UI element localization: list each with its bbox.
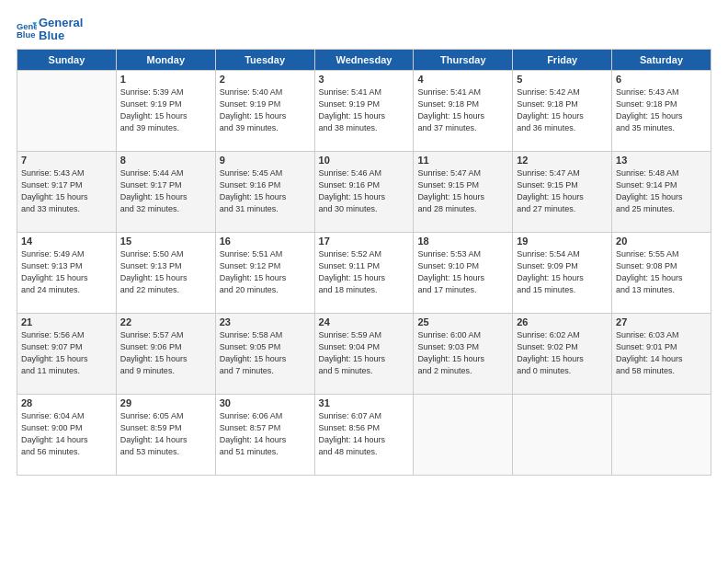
- day-info: Sunrise: 5:43 AM Sunset: 9:18 PM Dayligh…: [616, 86, 707, 134]
- day-info: Sunrise: 6:00 AM Sunset: 9:03 PM Dayligh…: [417, 329, 508, 377]
- day-info: Sunrise: 5:55 AM Sunset: 9:08 PM Dayligh…: [616, 248, 707, 296]
- week-row-5: 28Sunrise: 6:04 AM Sunset: 9:00 PM Dayli…: [17, 394, 711, 475]
- day-number: 14: [21, 236, 112, 247]
- calendar-cell: 10Sunrise: 5:46 AM Sunset: 9:16 PM Dayli…: [314, 151, 414, 232]
- day-number: 29: [120, 397, 211, 408]
- calendar-cell: 2Sunrise: 5:40 AM Sunset: 9:19 PM Daylig…: [215, 70, 314, 151]
- day-info: Sunrise: 6:04 AM Sunset: 9:00 PM Dayligh…: [21, 410, 112, 458]
- day-info: Sunrise: 5:51 AM Sunset: 9:12 PM Dayligh…: [220, 248, 311, 296]
- calendar-cell: 26Sunrise: 6:02 AM Sunset: 9:02 PM Dayli…: [513, 313, 612, 394]
- week-row-2: 7Sunrise: 5:43 AM Sunset: 9:17 PM Daylig…: [17, 151, 711, 232]
- calendar-cell: 18Sunrise: 5:53 AM Sunset: 9:10 PM Dayli…: [414, 232, 513, 313]
- day-number: 1: [120, 74, 211, 85]
- svg-text:Blue: Blue: [17, 30, 35, 40]
- header: General Blue General Blue: [17, 17, 711, 43]
- calendar-cell: 19Sunrise: 5:54 AM Sunset: 9:09 PM Dayli…: [513, 232, 612, 313]
- day-info: Sunrise: 6:05 AM Sunset: 8:59 PM Dayligh…: [120, 410, 211, 458]
- day-number: 12: [517, 155, 608, 166]
- day-number: 18: [417, 236, 508, 247]
- day-number: 20: [616, 236, 707, 247]
- calendar-cell: 1Sunrise: 5:39 AM Sunset: 9:19 PM Daylig…: [116, 70, 215, 151]
- calendar-cell: 5Sunrise: 5:42 AM Sunset: 9:18 PM Daylig…: [513, 70, 612, 151]
- calendar-cell: 31Sunrise: 6:07 AM Sunset: 8:56 PM Dayli…: [314, 394, 414, 475]
- calendar-cell: 6Sunrise: 5:43 AM Sunset: 9:18 PM Daylig…: [612, 70, 711, 151]
- logo-line2: Blue: [39, 29, 83, 42]
- calendar-cell: [17, 70, 117, 151]
- calendar-cell: 7Sunrise: 5:43 AM Sunset: 9:17 PM Daylig…: [17, 151, 117, 232]
- day-number: 4: [417, 74, 508, 85]
- calendar-page: General Blue General Blue SundayMondayTu…: [0, 0, 728, 563]
- day-info: Sunrise: 5:45 AM Sunset: 9:16 PM Dayligh…: [220, 167, 311, 215]
- calendar-cell: 30Sunrise: 6:06 AM Sunset: 8:57 PM Dayli…: [215, 394, 314, 475]
- day-number: 2: [220, 74, 311, 85]
- calendar-cell: 28Sunrise: 6:04 AM Sunset: 9:00 PM Dayli…: [17, 394, 117, 475]
- calendar-cell: 21Sunrise: 5:56 AM Sunset: 9:07 PM Dayli…: [17, 313, 117, 394]
- day-info: Sunrise: 5:59 AM Sunset: 9:04 PM Dayligh…: [319, 329, 410, 377]
- day-number: 6: [616, 74, 707, 85]
- day-number: 23: [220, 316, 311, 327]
- day-info: Sunrise: 5:39 AM Sunset: 9:19 PM Dayligh…: [120, 86, 211, 134]
- weekday-header-friday: Friday: [513, 49, 612, 70]
- day-info: Sunrise: 5:57 AM Sunset: 9:06 PM Dayligh…: [120, 329, 211, 377]
- day-number: 13: [616, 155, 707, 166]
- day-number: 8: [120, 155, 211, 166]
- day-number: 31: [319, 397, 410, 408]
- logo-icon: General Blue: [17, 19, 37, 40]
- day-number: 9: [220, 155, 311, 166]
- calendar-cell: 3Sunrise: 5:41 AM Sunset: 9:19 PM Daylig…: [314, 70, 414, 151]
- day-number: 25: [417, 316, 508, 327]
- day-info: Sunrise: 6:07 AM Sunset: 8:56 PM Dayligh…: [319, 410, 410, 458]
- day-number: 30: [220, 397, 311, 408]
- day-number: 24: [319, 316, 410, 327]
- day-number: 27: [616, 316, 707, 327]
- day-info: Sunrise: 5:41 AM Sunset: 9:19 PM Dayligh…: [319, 86, 410, 134]
- day-info: Sunrise: 5:53 AM Sunset: 9:10 PM Dayligh…: [417, 248, 508, 296]
- weekday-header-thursday: Thursday: [414, 49, 513, 70]
- calendar-cell: 24Sunrise: 5:59 AM Sunset: 9:04 PM Dayli…: [314, 313, 414, 394]
- day-number: 3: [319, 74, 410, 85]
- day-number: 5: [517, 74, 608, 85]
- calendar-cell: [414, 394, 513, 475]
- day-number: 26: [517, 316, 608, 327]
- day-number: 28: [21, 397, 112, 408]
- week-row-4: 21Sunrise: 5:56 AM Sunset: 9:07 PM Dayli…: [17, 313, 711, 394]
- day-info: Sunrise: 5:44 AM Sunset: 9:17 PM Dayligh…: [120, 167, 211, 215]
- day-info: Sunrise: 5:52 AM Sunset: 9:11 PM Dayligh…: [319, 248, 410, 296]
- day-info: Sunrise: 5:50 AM Sunset: 9:13 PM Dayligh…: [120, 248, 211, 296]
- calendar-cell: 11Sunrise: 5:47 AM Sunset: 9:15 PM Dayli…: [414, 151, 513, 232]
- calendar-cell: 25Sunrise: 6:00 AM Sunset: 9:03 PM Dayli…: [414, 313, 513, 394]
- day-number: 15: [120, 236, 211, 247]
- calendar-cell: 22Sunrise: 5:57 AM Sunset: 9:06 PM Dayli…: [116, 313, 215, 394]
- weekday-header-sunday: Sunday: [17, 49, 117, 70]
- day-info: Sunrise: 5:47 AM Sunset: 9:15 PM Dayligh…: [517, 167, 608, 215]
- day-number: 10: [319, 155, 410, 166]
- calendar-cell: 23Sunrise: 5:58 AM Sunset: 9:05 PM Dayli…: [215, 313, 314, 394]
- calendar-cell: 12Sunrise: 5:47 AM Sunset: 9:15 PM Dayli…: [513, 151, 612, 232]
- weekday-header-wednesday: Wednesday: [314, 49, 414, 70]
- day-number: 22: [120, 316, 211, 327]
- day-number: 7: [21, 155, 112, 166]
- calendar-cell: [612, 394, 711, 475]
- weekday-header-saturday: Saturday: [612, 49, 711, 70]
- day-info: Sunrise: 6:02 AM Sunset: 9:02 PM Dayligh…: [517, 329, 608, 377]
- calendar-cell: [513, 394, 612, 475]
- day-info: Sunrise: 5:43 AM Sunset: 9:17 PM Dayligh…: [21, 167, 112, 215]
- day-number: 17: [319, 236, 410, 247]
- calendar-cell: 9Sunrise: 5:45 AM Sunset: 9:16 PM Daylig…: [215, 151, 314, 232]
- day-number: 11: [417, 155, 508, 166]
- calendar-cell: 17Sunrise: 5:52 AM Sunset: 9:11 PM Dayli…: [314, 232, 414, 313]
- day-number: 21: [21, 316, 112, 327]
- weekday-header-row: SundayMondayTuesdayWednesdayThursdayFrid…: [17, 49, 711, 70]
- calendar-cell: 13Sunrise: 5:48 AM Sunset: 9:14 PM Dayli…: [612, 151, 711, 232]
- day-info: Sunrise: 6:06 AM Sunset: 8:57 PM Dayligh…: [220, 410, 311, 458]
- day-info: Sunrise: 5:54 AM Sunset: 9:09 PM Dayligh…: [517, 248, 608, 296]
- day-info: Sunrise: 6:03 AM Sunset: 9:01 PM Dayligh…: [616, 329, 707, 377]
- day-info: Sunrise: 5:56 AM Sunset: 9:07 PM Dayligh…: [21, 329, 112, 377]
- day-info: Sunrise: 5:47 AM Sunset: 9:15 PM Dayligh…: [417, 167, 508, 215]
- logo-line1: General: [39, 17, 83, 29]
- week-row-1: 1Sunrise: 5:39 AM Sunset: 9:19 PM Daylig…: [17, 70, 711, 151]
- calendar-cell: 14Sunrise: 5:49 AM Sunset: 9:13 PM Dayli…: [17, 232, 117, 313]
- weekday-header-monday: Monday: [116, 49, 215, 70]
- day-number: 16: [220, 236, 311, 247]
- weekday-header-tuesday: Tuesday: [215, 49, 314, 70]
